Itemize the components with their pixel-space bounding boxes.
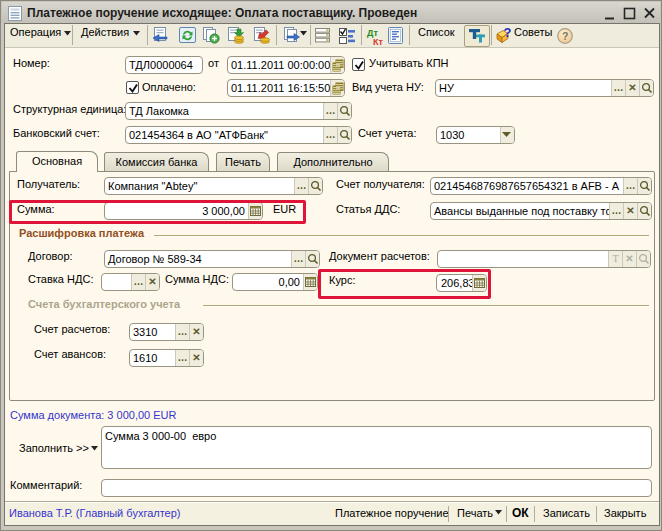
svg-text:?: ? [562, 30, 568, 42]
svg-text:?: ? [504, 26, 512, 40]
